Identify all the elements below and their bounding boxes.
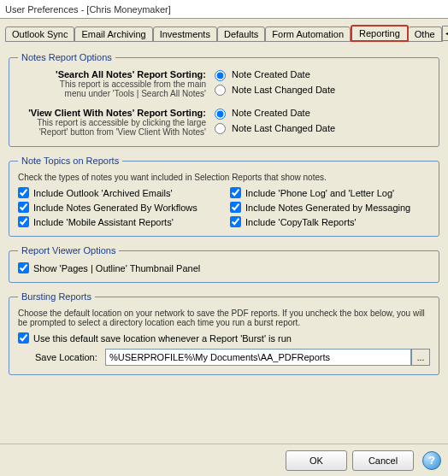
- chk-mobile-assistant[interactable]: Include 'Mobile Assistant Reports': [18, 216, 218, 227]
- tab-investments[interactable]: Investments: [153, 26, 217, 42]
- save-location-label: Save Location:: [35, 352, 105, 362]
- bursting-reports-group: Bursting Reports Choose the default loca…: [9, 291, 439, 375]
- tab-outlook-sync[interactable]: Outlook Sync: [5, 26, 74, 42]
- chk-default-save-location[interactable]: Use this default save location whenever …: [18, 332, 430, 344]
- tab-email-archiving[interactable]: Email Archiving: [74, 26, 152, 42]
- window-titlebar: User Preferences - [Chris Moneymaker]: [0, 0, 448, 19]
- note-topics-desc: Check the types of notes you want includ…: [18, 173, 430, 182]
- view-client-created-radio[interactable]: [215, 109, 226, 120]
- chk-copytalk[interactable]: Include 'CopyTalk Reports': [230, 216, 430, 227]
- view-client-changed-radio[interactable]: [215, 123, 226, 134]
- note-topics-group: Note Topics on Reports Check the types o…: [9, 156, 439, 237]
- view-client-title: 'View Client With Notes' Report Sorting:: [18, 108, 206, 118]
- bursting-legend: Bursting Reports: [18, 291, 95, 302]
- search-all-title: 'Search All Notes' Report Sorting:: [18, 69, 206, 79]
- notes-report-legend: Notes Report Options: [18, 52, 115, 62]
- search-all-created-option[interactable]: Note Created Date: [215, 69, 335, 81]
- ok-button[interactable]: OK: [286, 450, 347, 471]
- notes-report-options-group: Notes Report Options 'Search All Notes' …: [9, 52, 439, 147]
- tab-content-reporting: Notes Report Options 'Search All Notes' …: [0, 42, 448, 389]
- tab-form-automation[interactable]: Form Automation: [265, 26, 351, 42]
- search-all-sub1: This report is accessible from the main: [18, 79, 206, 89]
- window-title: User Preferences - [Chris Moneymaker]: [5, 4, 171, 15]
- report-viewer-group: Report Viewer Options Show 'Pages | Outl…: [9, 245, 439, 283]
- dialog-button-bar: OK Cancel ?: [0, 444, 448, 476]
- chk-workflows[interactable]: Include Notes Generated By Workflows: [18, 202, 218, 213]
- chk-messaging[interactable]: Include Notes Generated by Messaging: [230, 202, 430, 213]
- report-viewer-legend: Report Viewer Options: [18, 245, 119, 256]
- search-all-changed-option[interactable]: Note Last Changed Date: [215, 85, 335, 97]
- view-client-sub2: 'Report' button from 'View Client With N…: [18, 127, 206, 137]
- search-all-changed-radio[interactable]: [215, 85, 226, 96]
- tab-other-truncated[interactable]: Othe: [409, 26, 442, 42]
- tab-reporting[interactable]: Reporting: [351, 25, 409, 42]
- chk-archived-emails[interactable]: Include Outlook 'Archived Emails': [18, 187, 218, 198]
- help-icon[interactable]: ?: [422, 451, 441, 470]
- view-client-created-option[interactable]: Note Created Date: [215, 108, 335, 120]
- note-topics-legend: Note Topics on Reports: [18, 156, 122, 166]
- search-all-sub2: menu under 'Tools | Search All Notes': [18, 89, 206, 98]
- tab-scroll-left[interactable]: ◄: [442, 26, 448, 41]
- tab-defaults[interactable]: Defaults: [217, 26, 265, 42]
- cancel-button[interactable]: Cancel: [352, 450, 414, 471]
- save-location-input[interactable]: [105, 349, 411, 366]
- chk-phone-letter-log[interactable]: Include 'Phone Log' and 'Letter Log': [230, 187, 430, 198]
- chk-thumbnail-panel[interactable]: Show 'Pages | Outline' Thumbnail Panel: [18, 262, 430, 273]
- tab-strip: Outlook Sync Email Archiving Investments…: [0, 19, 448, 41]
- search-all-created-radio[interactable]: [215, 70, 226, 81]
- view-client-sub1: This report is accessible by clicking th…: [18, 118, 206, 127]
- bursting-desc: Choose the default location on your netw…: [18, 309, 430, 327]
- browse-button[interactable]: ...: [411, 349, 430, 366]
- view-client-changed-option[interactable]: Note Last Changed Date: [215, 123, 335, 135]
